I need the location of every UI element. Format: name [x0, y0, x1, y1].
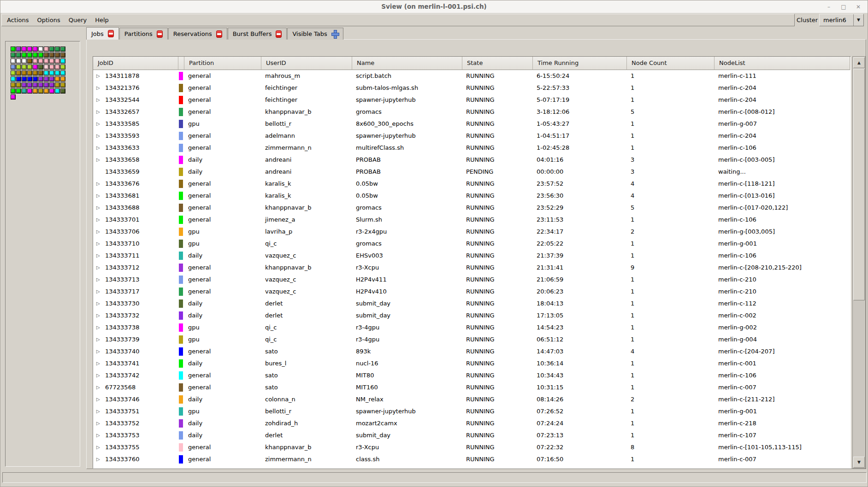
job-row[interactable]: ▷134333752dailyzohdirad_hmozart2camxRUNN…: [93, 417, 850, 429]
node-cell[interactable]: [38, 82, 43, 88]
scroll-up-icon[interactable]: ▲: [853, 57, 865, 68]
node-cell[interactable]: [60, 53, 65, 58]
node-cell[interactable]: [55, 59, 60, 64]
node-cell[interactable]: [16, 82, 21, 88]
expander-icon[interactable]: ▷: [95, 154, 105, 166]
node-cell[interactable]: [11, 47, 16, 52]
node-cell[interactable]: [60, 47, 65, 52]
expander-icon[interactable]: ▷: [95, 118, 105, 130]
node-cell[interactable]: [49, 88, 54, 94]
node-cell[interactable]: [49, 47, 54, 52]
node-cell[interactable]: [44, 88, 49, 94]
expander-icon[interactable]: ▷: [95, 106, 105, 118]
node-cell[interactable]: [11, 70, 16, 76]
node-cell[interactable]: [38, 88, 43, 94]
expander-icon[interactable]: ▷: [95, 417, 105, 429]
node-cell[interactable]: [33, 76, 38, 82]
node-cell[interactable]: [60, 88, 65, 94]
job-row[interactable]: ▷134333741dailybures_lnucl-16RUNNING10:3…: [93, 358, 850, 370]
menu-item-actions[interactable]: Actions: [3, 14, 33, 26]
node-cell[interactable]: [16, 70, 21, 76]
node-cell[interactable]: [55, 65, 60, 70]
tab-badge-icon[interactable]: [108, 30, 114, 37]
job-row[interactable]: ▷134332657generalkhanppnavar_bgromacsRUN…: [93, 106, 850, 118]
tab-burst-buffers[interactable]: Burst Buffers: [228, 28, 287, 40]
node-cell[interactable]: [38, 76, 43, 82]
job-row[interactable]: ▷134333746dailycolonna_nNM_relaxRUNNING0…: [93, 393, 850, 405]
node-cell[interactable]: [33, 47, 38, 52]
job-row[interactable]: ▷67723568generalsatoMIT160RUNNING10:31:1…: [93, 381, 850, 393]
column-header-color[interactable]: [178, 57, 184, 70]
node-cell[interactable]: [49, 53, 54, 58]
job-row[interactable]: ▷134332544generalfeichtingerspawner-jupy…: [93, 94, 850, 106]
node-cell[interactable]: [22, 47, 27, 52]
node-cell[interactable]: [11, 76, 16, 82]
node-cell[interactable]: [60, 82, 65, 88]
column-header-node-count[interactable]: Node Count: [627, 57, 714, 70]
expander-icon[interactable]: ▷: [95, 322, 105, 334]
minimize-icon[interactable]: –: [825, 1, 833, 13]
expander-icon[interactable]: ▷: [95, 310, 105, 322]
node-cell[interactable]: [38, 47, 43, 52]
expander-icon[interactable]: ▷: [95, 130, 105, 142]
job-row[interactable]: ▷134333593generaladelmannspawner-jupyter…: [93, 130, 850, 142]
expander-icon[interactable]: ▷: [95, 286, 105, 298]
expander-icon[interactable]: ▷: [95, 334, 105, 346]
vertical-scrollbar[interactable]: ▲ ▼: [852, 56, 866, 469]
node-cell[interactable]: [16, 76, 21, 82]
node-cell[interactable]: [55, 47, 60, 52]
node-cell[interactable]: [16, 53, 21, 58]
tab-badge-icon[interactable]: [216, 30, 222, 38]
node-cell[interactable]: [27, 82, 32, 88]
node-cell[interactable]: [33, 82, 38, 88]
job-row[interactable]: ▷134333676generalkaralis_k0.05bwRUNNING2…: [93, 178, 850, 190]
node-cell[interactable]: [44, 82, 49, 88]
node-cell[interactable]: [38, 53, 43, 58]
node-cell[interactable]: [11, 65, 16, 70]
expander-icon[interactable]: ▷: [95, 142, 105, 154]
column-header-jobid[interactable]: JobID: [93, 57, 178, 70]
expander-icon[interactable]: ▷: [95, 298, 105, 310]
job-row[interactable]: ▷134333585gpubellotti_r8x600_300_epochsR…: [93, 118, 850, 130]
node-cell[interactable]: [55, 70, 60, 76]
job-row[interactable]: ▷134333711dailyvazquez_cEHSv003RUNNING21…: [93, 250, 850, 262]
node-cell[interactable]: [38, 59, 43, 64]
expander-icon[interactable]: ▷: [95, 94, 105, 106]
expander-icon[interactable]: ▷: [95, 262, 105, 274]
expander-icon[interactable]: ▷: [95, 202, 105, 214]
job-row[interactable]: ▷134333742generalsatoMIT80RUNNING10:34:4…: [93, 370, 850, 381]
node-cell[interactable]: [11, 88, 16, 94]
visible-tabs-plus-icon[interactable]: [331, 30, 338, 38]
close-icon[interactable]: ✕: [855, 1, 862, 13]
node-cell[interactable]: [60, 76, 65, 82]
node-cell[interactable]: [44, 65, 49, 70]
expander-icon[interactable]: ▷: [95, 250, 105, 262]
tab-visible-tabs[interactable]: Visible Tabs: [287, 28, 343, 40]
node-cell[interactable]: [60, 65, 65, 70]
expander-icon[interactable]: ▷: [95, 405, 105, 417]
node-cell[interactable]: [38, 65, 43, 70]
expander-icon[interactable]: ▷: [95, 358, 105, 370]
expander-icon[interactable]: ▷: [95, 441, 105, 453]
expander-icon[interactable]: ▷: [95, 214, 105, 226]
expander-icon[interactable]: ▷: [95, 429, 105, 441]
job-row[interactable]: ▷134321376generalfeichtingersubm-talos-m…: [93, 82, 850, 94]
job-row[interactable]: ▷134333740generalsato893kRUNNING14:47:03…: [93, 346, 850, 358]
node-cell[interactable]: [27, 88, 32, 94]
job-row[interactable]: ▷134311878generalmahrous_mscript.batchRU…: [93, 70, 850, 82]
job-row[interactable]: ▷134333658dailyandreaniPROBABRUNNING04:0…: [93, 154, 850, 166]
node-cell[interactable]: [22, 70, 27, 76]
node-cell[interactable]: [11, 94, 16, 100]
job-row[interactable]: ▷134333755generalkhanppnavar_br3-XcpuRUN…: [93, 441, 850, 453]
job-row[interactable]: ▷134333760generalzimmermann_nclass.shRUN…: [93, 453, 850, 465]
expander-icon[interactable]: ▷: [95, 226, 105, 238]
job-row[interactable]: ▷134333681generalkaralis_k0.05bwRUNNING2…: [93, 190, 850, 202]
expander-icon[interactable]: ▷: [95, 393, 105, 405]
expander-icon[interactable]: ▷: [95, 370, 105, 381]
expander-icon[interactable]: ▷: [95, 238, 105, 250]
node-cell[interactable]: [49, 70, 54, 76]
node-cell[interactable]: [27, 70, 32, 76]
node-cell[interactable]: [33, 70, 38, 76]
node-cell[interactable]: [27, 53, 32, 58]
expander-icon[interactable]: ▷: [95, 190, 105, 202]
